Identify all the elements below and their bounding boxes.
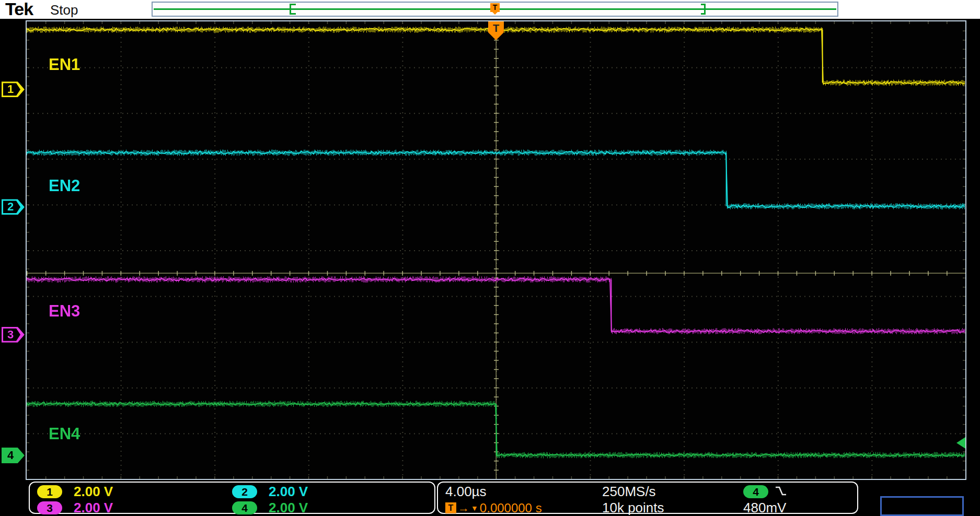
trigger-source-badge[interactable]: 4: [743, 485, 768, 498]
waveform-canvas[interactable]: [27, 21, 965, 479]
channel-3-badge[interactable]: 3: [37, 501, 62, 514]
oscilloscope-screen: Tek Stop T EN1 EN2 EN3 EN4 T 1 2 3 4: [0, 0, 980, 516]
record-view-bar[interactable]: T: [152, 2, 838, 17]
channel-1-position-marker[interactable]: 1: [2, 81, 25, 97]
channel-2-scale: 2.00 V: [269, 484, 308, 500]
falling-edge-icon: [775, 485, 787, 499]
trigger-level-value: 480mV: [743, 500, 850, 516]
arrow-right-icon: →: [458, 502, 469, 514]
channel-1-readout[interactable]: 1 2.00 V: [37, 484, 232, 500]
channel-1-scale: 2.00 V: [74, 484, 113, 500]
trigger-position-marker-icon[interactable]: T: [490, 3, 500, 12]
trigger-level-arrow-icon[interactable]: [956, 437, 965, 449]
trace-label-en4: EN4: [49, 425, 80, 443]
trace-label-en1: EN1: [49, 55, 80, 74]
channel-3-readout[interactable]: 3 2.00 V: [37, 500, 232, 516]
channel-scale-readout[interactable]: 1 2.00 V 2 2.00 V 3 2.00 V 4 2.00 V: [29, 482, 435, 514]
channel-1-badge[interactable]: 1: [37, 485, 62, 498]
corner-menu-box[interactable]: [880, 496, 964, 516]
channel-4-badge[interactable]: 4: [232, 501, 257, 514]
triangle-down-icon: ▼: [471, 505, 478, 512]
channel-3-position-marker[interactable]: 3: [2, 327, 25, 343]
trace-label-en3: EN3: [49, 302, 80, 321]
horizontal-scale: 4.00µs: [445, 484, 602, 500]
trigger-time-readout: T → ▼ 0.000000 s: [445, 501, 602, 515]
channel-2-readout[interactable]: 2 2.00 V: [232, 484, 427, 500]
timebase-trigger-readout[interactable]: 4.00µs 250MS/s 4 T → ▼ 0.000000 s 10k po…: [437, 482, 858, 514]
trigger-time-value: 0.000000 s: [480, 501, 542, 515]
channel-4-readout[interactable]: 4 2.00 V: [232, 500, 427, 516]
trigger-source-readout: 4: [743, 485, 850, 499]
channel-4-scale: 2.00 V: [269, 500, 308, 516]
channel-4-position-marker[interactable]: 4: [2, 448, 25, 463]
trigger-t-icon: T: [445, 502, 456, 513]
acquisition-status: Stop: [50, 2, 78, 18]
tek-logo: Tek: [5, 0, 33, 19]
channel-2-position-marker[interactable]: 2: [2, 199, 25, 215]
sample-rate: 250MS/s: [602, 484, 743, 500]
zoom-bracket-left-icon[interactable]: [290, 4, 296, 15]
channel-2-badge[interactable]: 2: [232, 485, 257, 498]
zoom-bracket-right-icon[interactable]: [700, 4, 706, 15]
trace-label-en2: EN2: [49, 177, 80, 195]
top-bar: Tek Stop T: [0, 0, 980, 19]
channel-3-scale: 2.00 V: [74, 500, 113, 516]
waveform-display: EN1 EN2 EN3 EN4 T: [26, 20, 966, 480]
record-length: 10k points: [602, 500, 743, 516]
